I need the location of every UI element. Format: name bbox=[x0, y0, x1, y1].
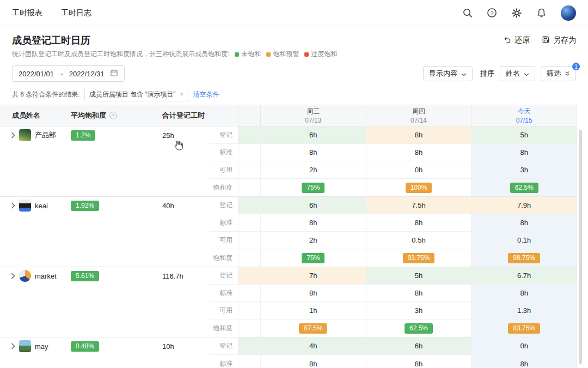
member-avatar bbox=[19, 129, 31, 141]
save-as-label: 另存为 bbox=[553, 35, 576, 45]
member-name-cell[interactable]: market bbox=[0, 270, 69, 282]
day-cell[interactable]: 2h bbox=[260, 232, 366, 249]
total-hours: 40h bbox=[162, 202, 210, 210]
day-cell[interactable]: 2h bbox=[260, 161, 366, 178]
day-cell[interactable]: 0h bbox=[471, 337, 577, 354]
row-label: 标准 bbox=[210, 285, 238, 301]
settings-gear-icon[interactable] bbox=[511, 8, 522, 19]
saturation-help-icon[interactable]: ? bbox=[109, 112, 117, 119]
day-cell[interactable]: 8h bbox=[260, 214, 366, 231]
day-cell[interactable]: 8h bbox=[366, 355, 471, 368]
day-cell[interactable]: 93.75% bbox=[366, 249, 471, 267]
restore-button[interactable]: 还原 bbox=[503, 35, 530, 45]
day-cell[interactable]: 8h bbox=[260, 355, 366, 368]
user-avatar[interactable] bbox=[561, 5, 576, 21]
member-name-cell[interactable]: 产品部 bbox=[0, 129, 69, 141]
day-cell[interactable]: 8h bbox=[366, 144, 471, 161]
svg-text:?: ? bbox=[491, 10, 494, 16]
day-cell[interactable]: 3h bbox=[471, 161, 577, 178]
day-cell[interactable]: 8h bbox=[471, 355, 577, 368]
page-title: 成员登记工时日历 bbox=[12, 34, 90, 47]
day-cell[interactable]: 3h bbox=[366, 302, 471, 319]
expand-chevron-icon[interactable] bbox=[11, 132, 15, 138]
notification-bell-icon[interactable] bbox=[536, 8, 547, 18]
day-cell[interactable]: 62.5% bbox=[471, 179, 577, 196]
help-icon[interactable]: ? bbox=[487, 8, 497, 18]
day-cell[interactable]: 4h bbox=[260, 337, 366, 354]
member-avatar bbox=[19, 200, 31, 212]
saturation-badge: 62.5% bbox=[405, 323, 433, 334]
filter-chip[interactable]: 成员所属项目 包含 “演示项目” × bbox=[84, 88, 189, 101]
day-cell[interactable]: 98.75% bbox=[471, 249, 577, 267]
date-range-picker[interactable]: 2022/01/01 ~ 2022/12/31 bbox=[12, 65, 125, 82]
member-name-cell[interactable]: keai bbox=[0, 200, 69, 212]
partial-day-cell bbox=[238, 302, 260, 319]
day-cell[interactable]: 8h bbox=[471, 144, 577, 161]
day-cell[interactable]: 8h bbox=[471, 214, 577, 231]
day-cell[interactable]: 62.5% bbox=[366, 319, 471, 337]
sort-value: 姓名 bbox=[506, 69, 520, 79]
day-cell[interactable]: 6h bbox=[366, 337, 471, 354]
day-cell[interactable]: 0.1h bbox=[471, 232, 577, 249]
member-name: may bbox=[35, 342, 48, 351]
day-cell[interactable]: 83.75% bbox=[471, 319, 577, 337]
saturation-badge: 75% bbox=[302, 183, 324, 193]
day-cell[interactable]: 6.7h bbox=[471, 267, 577, 284]
day-cell[interactable]: 6h bbox=[260, 126, 366, 143]
member-name-cell[interactable]: may bbox=[0, 340, 69, 352]
partial-day-cell bbox=[238, 232, 260, 249]
day-cell[interactable]: 1h bbox=[260, 302, 366, 319]
day-cell[interactable]: 75% bbox=[260, 179, 366, 196]
day-cell[interactable]: 0h bbox=[366, 161, 471, 178]
expand-chevron-icon[interactable] bbox=[11, 273, 15, 279]
display-content-dropdown[interactable]: 显示内容 bbox=[423, 66, 473, 81]
day-cell[interactable]: 5h bbox=[366, 267, 471, 284]
vertical-scrollbar[interactable] bbox=[579, 130, 582, 364]
avg-saturation-badge: 5.61% bbox=[71, 271, 99, 281]
filter-chip-label: 成员所属项目 包含 “演示项目” bbox=[89, 90, 176, 99]
legend-dot-warning-icon bbox=[266, 52, 271, 57]
date-start-value[interactable]: 2022/01/01 bbox=[19, 70, 54, 78]
saturation-badge: 83.75% bbox=[508, 323, 540, 334]
day-cell[interactable]: 8h bbox=[366, 126, 471, 143]
day-cell[interactable]: 8h bbox=[260, 285, 366, 301]
filter-button[interactable]: 筛选 1 bbox=[541, 66, 576, 81]
day-cell[interactable]: 7.9h bbox=[471, 197, 577, 214]
row-label: 登记 bbox=[210, 126, 238, 143]
date-end-value[interactable]: 2022/12/31 bbox=[69, 70, 105, 78]
day-cell[interactable]: 6h bbox=[260, 197, 366, 214]
row-label: 登记 bbox=[210, 267, 238, 284]
save-as-button[interactable]: 另存为 bbox=[542, 35, 576, 45]
row-label: 登记 bbox=[210, 337, 238, 354]
sort-dropdown[interactable]: 姓名 bbox=[500, 66, 535, 81]
day-cell[interactable]: 7h bbox=[260, 267, 366, 284]
day-cell[interactable]: 8h bbox=[366, 285, 471, 301]
day-cell[interactable]: 8h bbox=[366, 214, 471, 231]
expand-chevron-icon[interactable] bbox=[11, 343, 15, 349]
day-cell[interactable]: 75% bbox=[260, 249, 366, 267]
row-label: 标准 bbox=[210, 355, 238, 368]
day-cell[interactable]: 8h bbox=[471, 285, 577, 301]
total-hours: 25h bbox=[162, 131, 210, 140]
day-cell[interactable]: 1.3h bbox=[471, 302, 577, 319]
date-separator: ~ bbox=[59, 70, 64, 78]
expand-chevron-icon[interactable] bbox=[11, 202, 15, 209]
partial-day-cell bbox=[238, 126, 260, 143]
calendar-icon[interactable] bbox=[110, 69, 118, 79]
nav-worktime-log[interactable]: 工时日志 bbox=[61, 8, 91, 18]
result-summary: 共 6 条符合条件的结果: bbox=[12, 90, 80, 99]
partial-day-cell bbox=[238, 197, 260, 214]
day-cell[interactable]: 100% bbox=[366, 179, 471, 196]
day-cell[interactable]: 8h bbox=[260, 144, 366, 161]
nav-worktime-report[interactable]: 工时报表 bbox=[12, 8, 42, 18]
search-icon[interactable] bbox=[462, 8, 473, 18]
subtitle-text: 统计团队登记工时及成员登记工时饱和度情况，分三种状态展示成员饱和度: bbox=[12, 50, 229, 59]
chip-close-icon[interactable]: × bbox=[180, 91, 183, 98]
day-cell[interactable]: 5h bbox=[471, 126, 577, 143]
row-label-column-header bbox=[210, 105, 238, 126]
day-cell[interactable]: 87.5% bbox=[260, 319, 366, 337]
legend-dot-oversaturated-icon bbox=[304, 52, 309, 57]
day-cell[interactable]: 0.5h bbox=[366, 232, 471, 249]
day-cell[interactable]: 7.5h bbox=[366, 197, 471, 214]
clear-filters-link[interactable]: 清空条件 bbox=[193, 90, 219, 99]
